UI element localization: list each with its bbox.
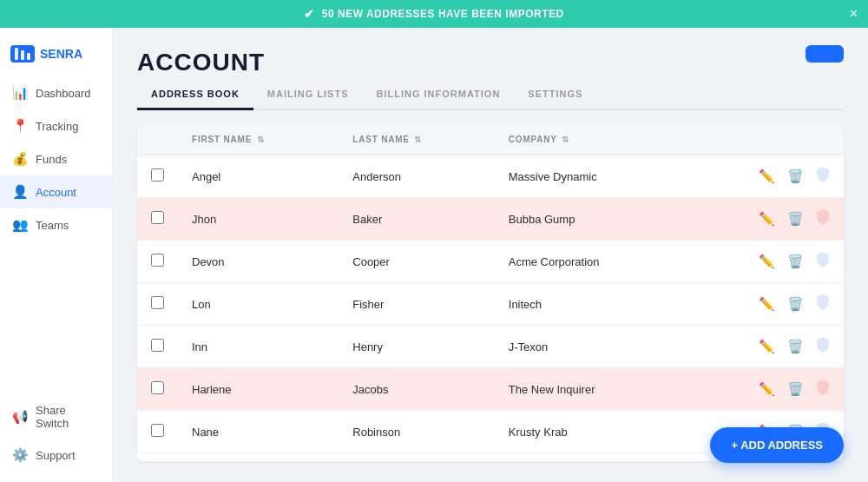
column-first-name[interactable]: FIRST NAME ⇅ xyxy=(178,124,339,155)
column-actions xyxy=(685,124,844,155)
row-first-name: Harlene xyxy=(178,368,339,411)
shield-icon[interactable] xyxy=(816,167,830,186)
shield-icon[interactable] xyxy=(816,209,830,228)
row-first-name: Lon xyxy=(178,283,339,326)
row-company: J-Texon xyxy=(495,326,685,368)
sidebar-item-share-switch[interactable]: 📢 Share Switch xyxy=(0,395,112,439)
row-actions: ✏️ 🗑️ xyxy=(685,283,844,326)
check-icon: ✔ xyxy=(304,7,315,21)
page-title: ACCOUNT xyxy=(137,49,265,76)
edit-icon[interactable]: ✏️ xyxy=(759,168,775,184)
address-book-table-container: FIRST NAME ⇅ LAST NAME ⇅ COMPANY ⇅ xyxy=(137,124,844,461)
row-checkbox-cell xyxy=(137,368,178,411)
import-banner: ✔ 50 NEW ADDRESSES HAVE BEEN IMPORTED × xyxy=(0,0,868,28)
row-checkbox[interactable] xyxy=(151,381,164,394)
dashboard-icon: 📊 xyxy=(12,85,29,101)
delete-icon[interactable]: 🗑️ xyxy=(787,211,804,227)
sort-last-name-icon[interactable]: ⇅ xyxy=(414,135,422,144)
row-company: Sterling Cooper xyxy=(495,453,685,462)
shield-icon[interactable] xyxy=(816,380,830,399)
tracking-icon: 📍 xyxy=(12,118,29,134)
row-company: The New Inquirer xyxy=(495,368,685,411)
delete-icon[interactable]: 🗑️ xyxy=(787,381,804,397)
sidebar-item-account[interactable]: 👤 Account xyxy=(0,175,112,208)
row-first-name: Devon xyxy=(178,241,339,283)
tab-settings[interactable]: SETTINGS xyxy=(514,80,596,110)
row-checkbox[interactable] xyxy=(151,211,164,224)
sidebar-item-funds[interactable]: 💰 Funds xyxy=(0,142,112,175)
delete-icon[interactable]: 🗑️ xyxy=(787,254,804,269)
header-row: ACCOUNT xyxy=(137,49,844,76)
table-row: Jhon Baker Bubba Gump ✏️ 🗑️ xyxy=(137,198,844,241)
shield-icon[interactable] xyxy=(816,252,830,271)
sidebar-label-support: Support xyxy=(36,449,76,462)
row-checkbox[interactable] xyxy=(151,296,164,309)
row-last-name: Cooper xyxy=(339,241,495,283)
logo-icon xyxy=(10,45,35,63)
shield-icon[interactable] xyxy=(816,337,830,356)
svg-rect-1 xyxy=(21,50,24,60)
sidebar-item-dashboard[interactable]: 📊 Dashboard xyxy=(0,76,112,109)
row-last-name: Rogers xyxy=(339,453,495,462)
banner-close-button[interactable]: × xyxy=(850,6,858,22)
sidebar-item-tracking[interactable]: 📍 Tracking xyxy=(0,109,112,142)
sort-company-icon[interactable]: ⇅ xyxy=(562,135,569,144)
tab-mailing-lists[interactable]: MAILING LISTS xyxy=(253,80,363,110)
edit-icon[interactable]: ✏️ xyxy=(759,381,775,397)
edit-icon[interactable]: ✏️ xyxy=(759,296,775,312)
share-switch-icon: 📢 xyxy=(12,409,29,425)
row-checkbox[interactable] xyxy=(151,424,164,437)
table-row: Harlene Jacobs The New Inquirer ✏️ 🗑️ xyxy=(137,368,844,411)
row-last-name: Fisher xyxy=(339,283,495,326)
row-checkbox-cell xyxy=(137,198,178,241)
row-checkbox-cell xyxy=(137,326,178,368)
edit-icon[interactable]: ✏️ xyxy=(759,254,775,269)
table-row: Angel Anderson Massive Dynamic ✏️ 🗑️ xyxy=(137,155,844,198)
row-company: Krusty Krab xyxy=(495,411,685,453)
row-actions: ✏️ 🗑️ xyxy=(685,326,844,368)
column-company[interactable]: COMPANY ⇅ xyxy=(495,124,685,155)
tab-address-book[interactable]: ADDRESS BOOK xyxy=(137,80,253,110)
content-area: ACCOUNT ADDRESS BOOK MAILING LISTS BILLI… xyxy=(113,28,868,482)
table-row: Inn Henry J-Texon ✏️ 🗑️ xyxy=(137,326,844,368)
row-actions: ✏️ 🗑️ xyxy=(685,241,844,283)
row-checkbox-cell xyxy=(137,453,178,462)
column-last-name[interactable]: LAST NAME ⇅ xyxy=(339,124,495,155)
edit-icon[interactable]: ✏️ xyxy=(759,339,775,354)
logo-text: SENRA xyxy=(40,47,82,61)
delete-icon[interactable]: 🗑️ xyxy=(787,168,804,184)
row-checkbox[interactable] xyxy=(151,168,164,182)
row-company: Massive Dynamic xyxy=(495,155,685,198)
banner-message: 50 NEW ADDRESSES HAVE BEEN IMPORTED xyxy=(322,8,564,20)
row-actions: ✏️ 🗑️ xyxy=(685,368,844,411)
add-address-button[interactable]: + ADD ADDRESS xyxy=(710,427,844,463)
row-last-name: Robinson xyxy=(339,411,495,453)
row-last-name: Anderson xyxy=(339,155,495,198)
table-row: Lon Fisher Initech ✏️ 🗑️ xyxy=(137,283,844,326)
svg-rect-0 xyxy=(15,48,18,60)
sidebar-item-teams[interactable]: 👥 Teams xyxy=(0,208,112,241)
row-first-name: Inn xyxy=(178,326,339,368)
row-checkbox-cell xyxy=(137,411,178,453)
teams-icon: 👥 xyxy=(12,217,29,233)
row-checkbox[interactable] xyxy=(151,254,164,267)
edit-icon[interactable]: ✏️ xyxy=(759,211,775,227)
shield-icon[interactable] xyxy=(816,294,830,314)
table-row: Devon Cooper Acme Corporation ✏️ 🗑️ xyxy=(137,241,844,283)
row-last-name: Henry xyxy=(339,326,495,368)
row-checkbox[interactable] xyxy=(151,339,164,352)
row-last-name: Jacobs xyxy=(339,368,495,411)
sidebar-item-support[interactable]: ⚙️ Support xyxy=(0,439,112,472)
svg-rect-2 xyxy=(27,53,30,60)
logo: SENRA xyxy=(0,38,112,76)
sidebar: SENRA 📊 Dashboard 📍 Tracking 💰 Funds 👤 A… xyxy=(0,28,113,482)
table-header-row: FIRST NAME ⇅ LAST NAME ⇅ COMPANY ⇅ xyxy=(137,124,844,155)
row-actions: ✏️ 🗑️ xyxy=(685,155,844,198)
sort-first-name-icon[interactable]: ⇅ xyxy=(257,135,265,144)
delete-icon[interactable]: 🗑️ xyxy=(787,339,804,354)
row-first-name: Jhon xyxy=(178,198,339,241)
delete-icon[interactable]: 🗑️ xyxy=(787,296,804,312)
tab-billing-information[interactable]: BILLING INFORMATION xyxy=(363,80,515,110)
row-company: Initech xyxy=(495,283,685,326)
header-action-button[interactable] xyxy=(806,45,844,63)
